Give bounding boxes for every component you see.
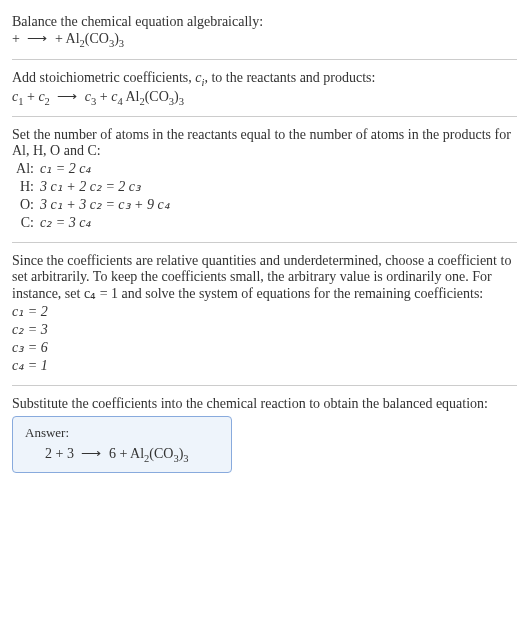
divider	[12, 385, 517, 386]
divider	[12, 59, 517, 60]
c3s: 3	[91, 95, 96, 106]
atom-row: O: 3 c₁ + 3 c₂ = c₃ + 9 c₄	[12, 196, 517, 213]
plus2: +	[100, 89, 111, 104]
intro-reaction: + ⟶ + Al2(CO3)3	[12, 30, 517, 49]
step1-text-b: , to the reactants and products:	[204, 70, 375, 85]
intro-line1: Balance the chemical equation algebraica…	[12, 14, 517, 30]
answer-equation: 2 + 3 ⟶ 6 + Al2(CO3)3	[25, 445, 219, 464]
atom-eq: 3 c₁ + 2 c₂ = 2 c₃	[40, 178, 517, 195]
coef-row: c₃ = 6	[12, 339, 517, 356]
product-al: Al	[66, 31, 80, 46]
step4-section: Substitute the coefficients into the che…	[12, 390, 517, 479]
answer-label: Answer:	[25, 425, 219, 441]
atom-row: Al: c₁ = 2 c₄	[12, 160, 517, 177]
step1-text: Add stoichiometric coefficients, ci, to …	[12, 70, 517, 88]
plus1: +	[27, 89, 38, 104]
step3-intro: Since the coefficients are relative quan…	[12, 253, 517, 302]
ans-plus1: +	[56, 446, 67, 461]
intro-plus: +	[12, 31, 23, 46]
ans-product: Al	[130, 446, 144, 461]
ans-plus2: +	[119, 446, 130, 461]
ans-n2: 3	[67, 446, 74, 461]
atom-label: H:	[12, 179, 40, 195]
ans-psub3: 3	[183, 453, 188, 464]
step1-text-a: Add stoichiometric coefficients,	[12, 70, 195, 85]
c1s: 1	[18, 95, 23, 106]
c4s: 4	[117, 95, 122, 106]
c2s: 2	[45, 95, 50, 106]
arrow-icon: ⟶	[77, 446, 105, 461]
ans-n3: 6	[109, 446, 116, 461]
answer-box: Answer: 2 + 3 ⟶ 6 + Al2(CO3)3	[12, 416, 232, 473]
product-paren: (CO	[85, 31, 109, 46]
step2-intro: Set the number of atoms in the reactants…	[12, 127, 517, 159]
step1-section: Add stoichiometric coefficients, ci, to …	[12, 64, 517, 113]
intro-section: Balance the chemical equation algebraica…	[12, 8, 517, 55]
atom-label: Al:	[12, 161, 40, 177]
arrow-icon: ⟶	[53, 89, 81, 104]
s1-psub3: 3	[179, 95, 184, 106]
s1-product: Al	[125, 89, 139, 104]
step4-intro: Substitute the coefficients into the che…	[12, 396, 517, 412]
atom-label: C:	[12, 215, 40, 231]
arrow-icon: ⟶	[23, 31, 51, 46]
product-sub3: 3	[119, 38, 124, 49]
atom-row: H: 3 c₁ + 2 c₂ = 2 c₃	[12, 178, 517, 195]
divider	[12, 116, 517, 117]
atom-eq: 3 c₁ + 3 c₂ = c₃ + 9 c₄	[40, 196, 517, 213]
step2-section: Set the number of atoms in the reactants…	[12, 121, 517, 238]
coef-row: c₁ = 2	[12, 303, 517, 320]
atom-row: C: c₂ = 3 c₄	[12, 214, 517, 231]
ans-n1: 2	[45, 446, 52, 461]
atom-eq: c₂ = 3 c₄	[40, 214, 517, 231]
ans-pparen: (CO	[149, 446, 173, 461]
atom-label: O:	[12, 197, 40, 213]
step1-reaction: c1 + c2 ⟶ c3 + c4 Al2(CO3)3	[12, 88, 517, 107]
step3-section: Since the coefficients are relative quan…	[12, 247, 517, 381]
coef-row: c₂ = 3	[12, 321, 517, 338]
s1-pparen: (CO	[145, 89, 169, 104]
coef-row: c₄ = 1	[12, 357, 517, 374]
atom-eq: c₁ = 2 c₄	[40, 160, 517, 177]
divider	[12, 242, 517, 243]
intro-mid: +	[55, 31, 66, 46]
